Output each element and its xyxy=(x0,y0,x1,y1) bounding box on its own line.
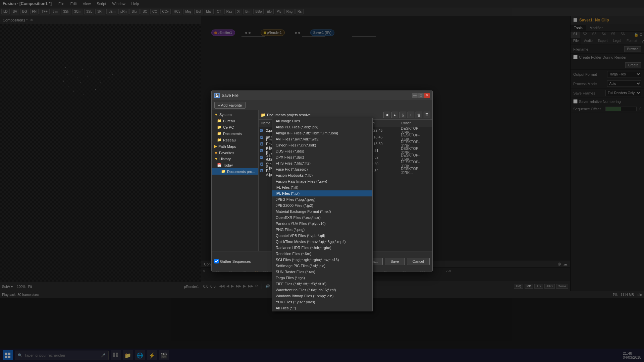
dialog-maximize-btn[interactable]: □ xyxy=(418,93,424,98)
tree-bureau-label: Bureau xyxy=(223,119,235,123)
documents-folder-icon: 📁 xyxy=(217,131,222,136)
system-folder-icon: ▼ xyxy=(214,113,218,117)
filetype-quantel-vpb[interactable]: Quantel VPB Files (*.vpb;*.qtl) xyxy=(272,233,372,239)
tree-documents-label: Documents xyxy=(223,132,242,136)
gather-sequences-label: Gather Sequences xyxy=(220,259,251,263)
dialog-title-text: Save File xyxy=(222,93,412,98)
path-view-btn[interactable]: ☰ xyxy=(424,112,430,118)
favorites-star-icon: ★ xyxy=(214,150,218,155)
tree-reseau[interactable]: 📁 Réseau xyxy=(212,137,258,143)
filetype-pandora-yuv[interactable]: Pandora YUV Files (*.piyuv10) xyxy=(272,221,372,227)
file-icon-5: 🖼 xyxy=(259,156,264,159)
add-favorite-btn[interactable]: + Add Favorite xyxy=(214,102,246,109)
cancel-button[interactable]: Cancel xyxy=(407,258,430,265)
filetype-sun-raster[interactable]: SUN Raster Files (*.ras) xyxy=(272,269,372,275)
path-newdir-btn[interactable]: + xyxy=(408,112,414,118)
tree-cepc-label: Ce PC xyxy=(223,125,234,129)
tree-system-label: System xyxy=(219,113,232,117)
filetype-fits[interactable]: FITS Files (*.fits;*.fts) xyxy=(272,160,372,166)
filetype-yuv[interactable]: YUV Files (*.yuv;*.yuv8) xyxy=(272,299,372,305)
save-button[interactable]: Save xyxy=(385,258,405,265)
filetype-openexr[interactable]: OpenEXR Files (*.exr;*.sxr) xyxy=(272,215,372,221)
file-icon-3: 🖼 xyxy=(259,142,264,146)
filetype-dpx[interactable]: DPX Files (*.dpx) xyxy=(272,154,372,160)
gather-sequences-row: Gather Sequences xyxy=(214,259,251,263)
filetype-wavefront[interactable]: Wavefront rla Files (*.rla;*.rla16;*.rpf… xyxy=(272,287,372,293)
path-copy-btn[interactable]: ⎘ xyxy=(399,112,406,118)
filetype-all-image[interactable]: All Image Files xyxy=(272,118,372,124)
file-icon-2: 🖼 xyxy=(259,135,264,139)
filetype-alias-pix[interactable]: Alias PIX Files (*.als;*.pix) xyxy=(272,124,372,130)
filetype-sgi[interactable]: SGI Files (*.sgi;*.rgb;*.rgba;*.bw;*.s16… xyxy=(272,257,372,263)
filetype-amiga-iff[interactable]: Amiga IFF Files (*.iff;*.ilbm;*.ilm;*.ib… xyxy=(272,130,372,136)
file-icon-6: 🖼 xyxy=(259,162,264,166)
filetype-targa[interactable]: Targa Files (*.tga) xyxy=(272,275,372,281)
filetype-quicktime[interactable]: QuickTime Movies (*.mov;*.qt;*.3gp;*.mp4… xyxy=(272,239,372,245)
current-path-label: Documents projets resolve xyxy=(267,113,382,117)
pathmaps-folder-icon: ▶ xyxy=(214,144,217,148)
filetype-cineon[interactable]: Cineon Files (*.cin;*.kdk) xyxy=(272,142,372,148)
tree-docpro-label: Documents pro... xyxy=(227,170,255,174)
filetype-dds[interactable]: DDS Files (*.dds) xyxy=(272,148,372,154)
tree-favorites[interactable]: ★ Favorites xyxy=(212,149,258,156)
tree-documents[interactable]: 📁 Documents xyxy=(212,130,258,137)
dialog-close-btn[interactable]: ✕ xyxy=(424,93,430,98)
dialog-body: ▼ System 📁 Bureau 📁 Ce PC 📁 Documents 📁 xyxy=(212,110,432,251)
filetype-ifl[interactable]: IFL Files (*.ifl) xyxy=(272,184,372,190)
path-delete-btn[interactable]: 🗑 xyxy=(416,112,422,118)
filetype-all-files[interactable]: All Files (*.*) xyxy=(272,305,372,311)
tree-pathmaps-label: Path Maps xyxy=(218,144,236,148)
filetype-png[interactable]: PNG Files (*.png) xyxy=(272,227,372,233)
tree-favorites-label: Favorites xyxy=(219,151,234,155)
filetype-tiff[interactable]: TIFF Files (*.tif;*.tiff;*.tf3;*.tif16) xyxy=(272,281,372,287)
filetype-fusion-raw[interactable]: Fusion Raw Image Files (*.raw) xyxy=(272,178,372,184)
col-owner[interactable]: Owner xyxy=(399,121,432,125)
dialog-file-area: 📁 Documents projets resolve ◀ ▲ ⎘ + 🗑 ☰ … xyxy=(259,110,432,251)
filetype-windows-bitmap[interactable]: Windows Bitmap Files (*.bmp;*.dib) xyxy=(272,293,372,299)
gather-sequences-checkbox[interactable] xyxy=(214,259,219,263)
filetype-avi[interactable]: AVI Files (*.avi;*.vdr;*.wav) xyxy=(272,136,372,142)
file-icon-1: 🖼 xyxy=(259,129,264,132)
docpro-folder-icon: 📁 xyxy=(221,169,226,174)
filetype-mxf[interactable]: Material Exchange Format (*.mxf) xyxy=(272,208,372,215)
tree-documents-pro[interactable]: 📁 Documents pro... xyxy=(212,168,258,175)
filetype-softimage[interactable]: SoftImage PIC Files (*.si;*.pic) xyxy=(272,263,372,269)
tree-bureau[interactable]: 📁 Bureau xyxy=(212,118,258,124)
dialog-titlebar: 💾 Save File — □ ✕ xyxy=(212,91,432,100)
filetype-rendition[interactable]: Rendition Files (*.6rn) xyxy=(272,251,372,257)
dialog-title-icon: 💾 xyxy=(214,93,220,98)
filetype-jpeg[interactable]: JPEG Files (*.jpg;*.jpeg) xyxy=(272,196,372,202)
cepc-folder-icon: 📁 xyxy=(217,125,222,129)
file-owner-7: DESKTOP-JJRK... xyxy=(399,167,432,175)
tree-pathmaps[interactable]: ▶ Path Maps xyxy=(212,143,258,149)
save-dialog: 💾 Save File — □ ✕ + Add Favorite ▼ Syste… xyxy=(211,90,433,272)
path-back-btn[interactable]: ◀ xyxy=(383,112,390,118)
dialog-minimize-btn[interactable]: — xyxy=(412,93,418,98)
filetype-ipl[interactable]: IPL Files (*.ipl) xyxy=(272,190,372,196)
dialog-toolbar: + Add Favorite xyxy=(212,100,432,110)
file-icon-4: 🖼 xyxy=(259,149,264,153)
tree-today[interactable]: 📅 Today xyxy=(212,162,258,168)
modal-overlay: 💾 Save File — □ ✕ + Add Favorite ▼ Syste… xyxy=(0,0,644,362)
tree-history[interactable]: ▼ History xyxy=(212,156,258,162)
path-folder-icon: 📁 xyxy=(261,113,266,117)
filetype-jpeg2000[interactable]: JPEG2000 Files (*.jp2) xyxy=(272,202,372,208)
history-folder-icon: ▼ xyxy=(214,157,218,161)
tree-history-label: History xyxy=(219,157,231,161)
tree-cepc[interactable]: 📁 Ce PC xyxy=(212,124,258,130)
reseau-folder-icon: 📁 xyxy=(217,138,222,142)
bureau-folder-icon: 📁 xyxy=(217,119,222,123)
filetype-radiance-hdr[interactable]: Radiance HDR Files (*.hdr;*.rgbe) xyxy=(272,245,372,251)
file-icon-7: 🖼 xyxy=(259,169,264,173)
path-up-btn[interactable]: ▲ xyxy=(391,112,398,118)
filetype-fusepic[interactable]: Fuse Pic (*.fusepic) xyxy=(272,166,372,172)
tree-today-label: Today xyxy=(223,163,233,167)
tree-reseau-label: Réseau xyxy=(223,138,236,142)
filetype-fusion-flipbooks[interactable]: Fusion Flipbooks (*.fb) xyxy=(272,172,372,178)
dialog-sidebar: ▼ System 📁 Bureau 📁 Ce PC 📁 Documents 📁 xyxy=(212,110,259,251)
today-folder-icon: 📅 xyxy=(217,163,222,167)
tree-system[interactable]: ▼ System xyxy=(212,112,258,118)
filetype-dropdown: All Image Files Alias PIX Files (*.als;*… xyxy=(272,118,373,311)
